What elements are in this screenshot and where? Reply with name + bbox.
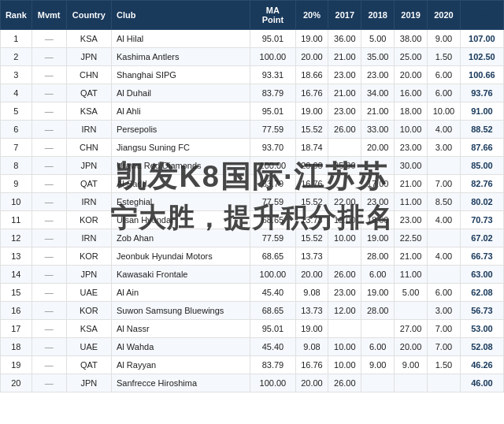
table-row: 11—KORUlsan Hyundai68.6513.7312.0018.002… (1, 211, 504, 229)
header-country: Country (66, 1, 111, 30)
table-row: 8—JPNUrawa Red Diamonds100.0020.0035.003… (1, 157, 504, 175)
table-row: 14—JPNKawasaki Frontale100.0020.0026.006… (1, 266, 504, 284)
header-20pct: 20% (295, 1, 328, 30)
header-2018: 2018 (361, 1, 395, 30)
table-row: 4—QATAl Duhail83.7916.7621.0034.0016.006… (1, 84, 504, 102)
table-header: Rank Mvmt Country Club MAPoint 20% 2017 … (1, 1, 504, 30)
table-row: 18—UAEAl Wahda45.409.0810.006.0020.007.0… (1, 338, 504, 356)
table-row: 2—JPNKashima Antlers100.0020.0021.0035.0… (1, 48, 504, 66)
table-row: 15—UAEAl Ain45.409.0823.0019.005.006.006… (1, 284, 504, 302)
header-rank: Rank (1, 1, 32, 30)
table-row: 19—QATAl Rayyan83.7916.7610.009.009.001.… (1, 356, 504, 374)
table-body: 1—KSAAl Hilal95.0119.0036.005.0038.009.0… (1, 30, 504, 392)
header-club: Club (112, 1, 250, 30)
header-total: Total (460, 1, 503, 30)
header-ma: MAPoint (250, 1, 295, 30)
header-2019: 2019 (395, 1, 428, 30)
header-mvmt: Mvmt (32, 1, 66, 30)
table-row: 12—IRNZob Ahan77.5915.5210.0019.0022.506… (1, 229, 504, 247)
table-row: 9—QATAl Sadd83.7916.7617.0021.007.0082.7… (1, 175, 504, 193)
table-row: 10—IRNEsteghial77.5915.5222.0023.0011.00… (1, 193, 504, 211)
table-row: 13—KORJeonbuk Hyundai Motors68.6513.7328… (1, 247, 504, 266)
table-row: 16—KORSuwon Samsung Bluewings68.6513.731… (1, 302, 504, 320)
table-row: 6—IRNPersepolis77.5915.5226.0033.0010.00… (1, 121, 504, 139)
table-row: 5—KSAAl Ahli95.0119.0023.0021.0018.0010.… (1, 102, 504, 121)
table-row: 1—KSAAl Hilal95.0119.0036.005.0038.009.0… (1, 30, 504, 48)
header-2020: 2020 (427, 1, 460, 30)
header-2017: 2017 (328, 1, 361, 30)
rankings-table: Rank Mvmt Country Club MAPoint 20% 2017 … (0, 0, 504, 392)
table-row: 20—JPNSanfrecce Hiroshima100.0020.0026.0… (1, 374, 504, 392)
table-row: 7—CHNJiangsu Suning FC93.7018.7420.0023.… (1, 139, 504, 157)
table-row: 3—CHNShanghai SIPG93.3118.6623.0023.0020… (1, 66, 504, 84)
table-row: 17—KSAAl Nassr95.0119.0027.007.0053.00 (1, 320, 504, 338)
